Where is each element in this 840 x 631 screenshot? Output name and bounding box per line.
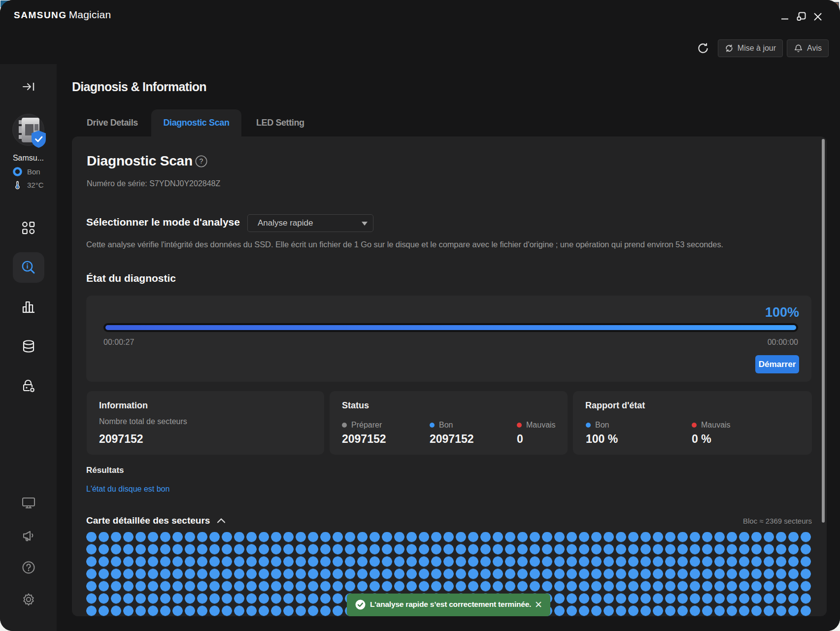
svg-text:?: ?	[200, 157, 203, 165]
